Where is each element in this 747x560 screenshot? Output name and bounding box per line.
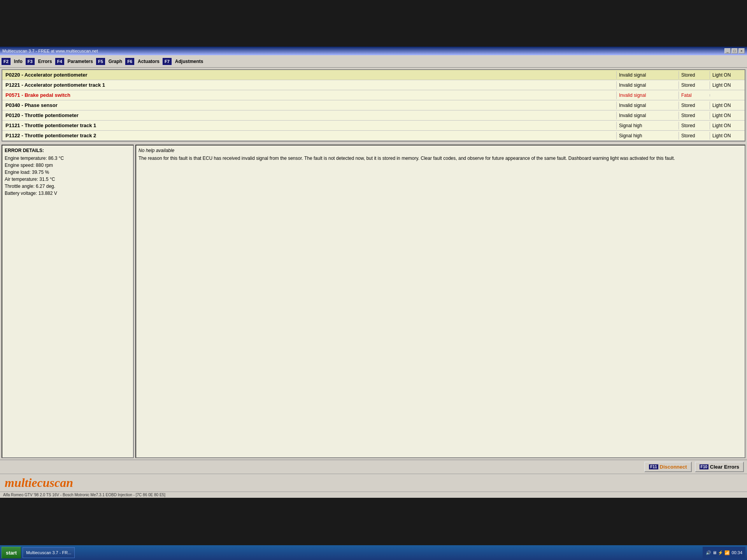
disconnect-button[interactable]: F11 Disconnect (644, 462, 691, 472)
brand-bar: multiecuscan (0, 474, 747, 492)
error-status: Invalid signal (616, 91, 679, 99)
bottom-panels: ERROR DETAILS: Engine temperature: 86.3 … (2, 145, 745, 458)
tray-time: 00:34 (731, 550, 742, 555)
error-stored: Fatal (679, 91, 710, 99)
error-code: P1221 - Accelerator potentiometer track … (2, 81, 616, 89)
brand-name: multiecuscan (5, 476, 73, 490)
graph-label[interactable]: Graph (106, 58, 124, 65)
list-item: Throttle angle: 6.27 deg. (5, 183, 131, 190)
error-status: Invalid signal (616, 81, 679, 89)
f6-key: F6 (125, 58, 134, 65)
screen: Multiecuscan 3.7 - FREE at www.multiecus… (0, 47, 747, 498)
title-bar: Multiecuscan 3.7 - FREE at www.multiecus… (0, 47, 747, 55)
error-stored: Stored (679, 132, 710, 140)
minimize-button[interactable]: _ (724, 48, 731, 54)
clear-errors-label: Clear Errors (710, 464, 739, 470)
error-code: P1121 - Throttle potentiometer track 1 (2, 121, 616, 130)
error-details-title: ERROR DETAILS: (5, 148, 131, 153)
menu-item-adjustments[interactable]: F7 Adjustments (163, 58, 206, 65)
list-item: Engine temperature: 86.3 °C (5, 155, 131, 162)
error-light: Light ON (710, 102, 745, 109)
clear-errors-button[interactable]: F10 Clear Errors (695, 462, 744, 472)
help-panel: No help available The reason for this fa… (135, 145, 745, 458)
close-button[interactable]: × (738, 48, 745, 54)
system-tray: 🔊 🖥 ⚡ 📶 00:34 (703, 547, 745, 558)
table-row[interactable]: P1221 - Accelerator potentiometer track … (2, 80, 745, 90)
error-stored: Stored (679, 71, 710, 79)
error-stored: Stored (679, 122, 710, 130)
actuators-label[interactable]: Actuators (135, 58, 162, 65)
no-help-label: No help available (139, 148, 742, 153)
error-details-lines: Engine temperature: 86.3 °CEngine speed:… (5, 155, 131, 197)
table-row[interactable]: P0571 - Brake pedal switchInvalid signal… (2, 90, 745, 100)
table-row[interactable]: P0340 - Phase sensorInvalid signalStored… (2, 100, 745, 110)
table-row[interactable]: P0220 - Accelerator potentiometerInvalid… (2, 70, 745, 80)
start-button[interactable]: start (2, 547, 21, 558)
menu-item-errors[interactable]: F3 Errors (26, 58, 54, 65)
f5-key: F5 (96, 58, 105, 65)
error-status: Signal high (616, 122, 679, 130)
taskbar: start Multiecuscan 3.7 - FR... 🔊 🖥 ⚡ 📶 0… (0, 545, 747, 560)
list-item: Air temperature: 31.5 °C (5, 176, 131, 183)
error-light: Light ON (710, 132, 745, 140)
error-status: Invalid signal (616, 102, 679, 109)
action-buttons: F11 Disconnect F10 Clear Errors (644, 462, 744, 472)
vehicle-info-bar: Alfa Romeo GTV '98 2.0 TS 16V - Bosch Mo… (0, 492, 747, 498)
error-status: Signal high (616, 132, 679, 140)
f3-key: F3 (26, 58, 35, 65)
f2-key: F2 (2, 58, 11, 65)
error-light: Light ON (710, 122, 745, 130)
list-item: Engine speed: 880 rpm (5, 162, 131, 169)
error-stored: Stored (679, 81, 710, 89)
maximize-button[interactable]: □ (731, 48, 738, 54)
f10-key: F10 (700, 464, 708, 469)
f7-key: F7 (163, 58, 172, 65)
window-controls: _ □ × (724, 48, 745, 54)
tray-icons: 🔊 🖥 ⚡ 📶 (706, 550, 730, 555)
f11-key: F11 (649, 464, 658, 469)
info-label[interactable]: Info (12, 58, 25, 65)
menu-bar: F2 Info F3 Errors F4 Parameters F5 Graph… (0, 55, 747, 68)
app-title: Multiecuscan 3.7 - FREE at www.multiecus… (2, 49, 98, 53)
error-status: Invalid signal (616, 112, 679, 119)
error-code: P0120 - Throttle potentiometer (2, 111, 616, 119)
menu-item-parameters[interactable]: F4 Parameters (55, 58, 95, 65)
error-details-panel: ERROR DETAILS: Engine temperature: 86.3 … (2, 145, 134, 458)
bezel: Multiecuscan 3.7 - FREE at www.multiecus… (0, 0, 747, 560)
error-stored: Stored (679, 102, 710, 109)
list-item: Battery voltage: 13.882 V (5, 190, 131, 197)
f4-key: F4 (55, 58, 64, 65)
error-light (710, 94, 745, 96)
vehicle-info-text: Alfa Romeo GTV '98 2.0 TS 16V - Bosch Mo… (3, 493, 165, 497)
error-code: P0220 - Accelerator potentiometer (2, 71, 616, 79)
taskbar-item-label: Multiecuscan 3.7 - FR... (26, 550, 71, 555)
error-light: Light ON (710, 112, 745, 119)
error-code: P0340 - Phase sensor (2, 101, 616, 109)
start-label: start (6, 550, 17, 556)
error-code: P0571 - Brake pedal switch (2, 91, 616, 99)
errors-label[interactable]: Errors (36, 58, 54, 65)
error-code: P1122 - Throttle potentiometer track 2 (2, 131, 616, 140)
taskbar-multiecuscan[interactable]: Multiecuscan 3.7 - FR... (23, 547, 75, 558)
disconnect-label: Disconnect (660, 464, 687, 470)
errors-table: P0220 - Accelerator potentiometerInvalid… (2, 69, 745, 142)
status-bar: F11 Disconnect F10 Clear Errors (0, 460, 747, 474)
error-status: Invalid signal (616, 71, 679, 79)
list-item: Engine load: 39.75 % (5, 169, 131, 176)
error-light: Light ON (710, 71, 745, 79)
table-row[interactable]: P0120 - Throttle potentiometerInvalid si… (2, 110, 745, 121)
menu-item-graph[interactable]: F5 Graph (96, 58, 124, 65)
adjustments-label[interactable]: Adjustments (173, 58, 206, 65)
menu-item-actuators[interactable]: F6 Actuators (125, 58, 162, 65)
content-area: P0220 - Accelerator potentiometerInvalid… (0, 68, 747, 498)
error-stored: Stored (679, 112, 710, 119)
table-row[interactable]: P1121 - Throttle potentiometer track 1Si… (2, 121, 745, 131)
table-row[interactable]: P1122 - Throttle potentiometer track 2Si… (2, 131, 745, 141)
help-text: The reason for this fault is that ECU ha… (139, 156, 742, 161)
error-light: Light ON (710, 81, 745, 89)
menu-item-info[interactable]: F2 Info (2, 58, 25, 65)
parameters-label[interactable]: Parameters (65, 58, 95, 65)
